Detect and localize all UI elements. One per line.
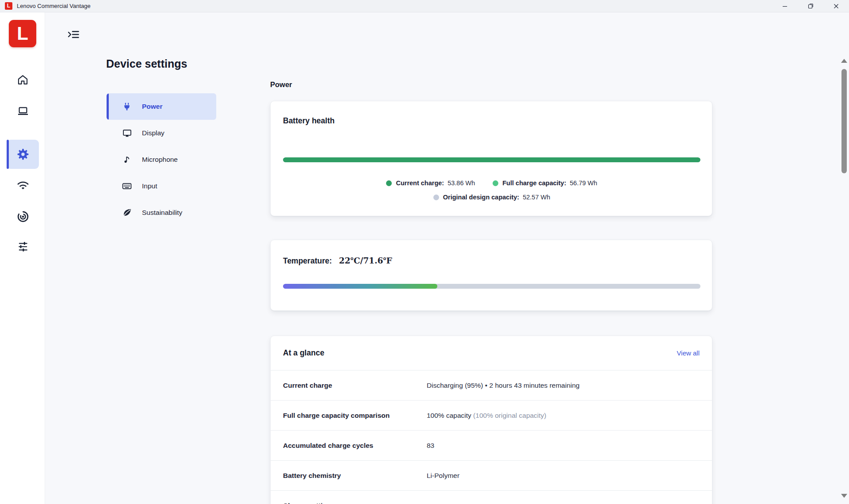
section-title-power: Power bbox=[270, 80, 292, 89]
at-a-glance-title: At a glance bbox=[283, 348, 324, 358]
legend-original-design-capacity: Original design capacity: 52.57 Wh bbox=[433, 194, 551, 201]
temperature-label: Temperature: bbox=[283, 256, 332, 266]
legend-current-charge: Current charge: 53.86 Wh bbox=[386, 179, 475, 187]
temperature-card: Temperature: 22℃/71.6℉ bbox=[270, 240, 712, 311]
minimize-icon bbox=[782, 4, 788, 9]
laptop-icon bbox=[17, 105, 29, 117]
glance-row-full-charge-comparison: Full charge capacity comparison 100% cap… bbox=[271, 400, 712, 430]
close-icon bbox=[834, 4, 839, 9]
leaf-icon bbox=[122, 208, 132, 218]
scroll-up-arrow[interactable] bbox=[841, 59, 847, 63]
page-title: Device settings bbox=[106, 57, 187, 70]
temperature-bar-fill bbox=[283, 284, 437, 289]
glance-value-note: (100% original capacity) bbox=[471, 412, 547, 419]
glance-row-label: Full charge capacity comparison bbox=[283, 412, 427, 420]
battery-health-bar-fill bbox=[283, 157, 700, 162]
glance-row-label: Battery chemistry bbox=[283, 472, 427, 480]
titlebar-left: L Lenovo Commercial Vantage bbox=[0, 2, 91, 10]
current-charge-dot-icon bbox=[386, 180, 392, 186]
at-a-glance-card: At a glance View all Current charge Disc… bbox=[270, 336, 712, 504]
monitor-icon bbox=[122, 128, 132, 138]
app-logo-icon: L bbox=[5, 2, 12, 10]
rail-item-wifi-security[interactable] bbox=[7, 171, 39, 200]
home-icon bbox=[17, 74, 29, 86]
sliders-icon bbox=[17, 241, 29, 253]
temperature-value: 22℃/71.6℉ bbox=[339, 256, 392, 265]
selected-accent-bar bbox=[107, 93, 109, 120]
glance-row-label: Accumulated charge cycles bbox=[283, 442, 427, 450]
nav-item-sustainability[interactable]: Sustainability bbox=[107, 199, 216, 226]
legend-label: Original design capacity: bbox=[443, 194, 519, 201]
view-all-link[interactable]: View all bbox=[677, 349, 700, 357]
rail-item-device-settings[interactable] bbox=[7, 140, 39, 169]
battery-health-bar bbox=[283, 157, 700, 162]
battery-legend-row-2: Original design capacity: 52.57 Wh bbox=[271, 194, 713, 201]
legend-value: 52.57 Wh bbox=[523, 194, 550, 201]
nav-item-label: Power bbox=[142, 103, 163, 111]
rail-item-preferences[interactable] bbox=[7, 232, 39, 261]
gear-icon bbox=[16, 148, 30, 161]
selected-accent-bar bbox=[7, 140, 9, 169]
battery-legend-row-1: Current charge: 53.86 Wh Full charge cap… bbox=[271, 179, 713, 187]
rail-item-smart-performance[interactable] bbox=[7, 202, 39, 231]
restore-button[interactable] bbox=[798, 0, 823, 12]
lenovo-logo: L bbox=[9, 20, 36, 47]
restore-icon bbox=[808, 3, 814, 9]
music-note-icon bbox=[122, 155, 132, 164]
minimize-button[interactable] bbox=[772, 0, 798, 12]
nav-item-display[interactable]: Display bbox=[107, 120, 216, 146]
glance-value-text: 83 bbox=[427, 442, 434, 449]
nav-item-power[interactable]: Power bbox=[107, 93, 216, 120]
glance-row-value: Discharging (95%) • 2 hours 43 minutes r… bbox=[427, 382, 580, 389]
nav-item-input[interactable]: Input bbox=[107, 173, 216, 199]
nav-item-label: Display bbox=[142, 129, 164, 137]
window-controls bbox=[772, 0, 849, 12]
legend-label: Current charge: bbox=[396, 179, 444, 187]
rail-item-home[interactable] bbox=[7, 65, 39, 94]
legend-value: 53.86 Wh bbox=[447, 179, 475, 187]
keyboard-icon bbox=[122, 181, 132, 191]
nav-item-label: Sustainability bbox=[142, 209, 182, 217]
full-charge-dot-icon bbox=[493, 180, 498, 186]
original-capacity-dot-icon bbox=[433, 195, 439, 200]
device-settings-nav: Power Display Microphone bbox=[107, 93, 216, 226]
temperature-bar bbox=[283, 284, 700, 289]
plug-icon bbox=[122, 102, 132, 111]
legend-value: 56.79 Wh bbox=[570, 179, 597, 187]
battery-health-title: Battery health bbox=[283, 116, 335, 126]
close-button[interactable] bbox=[823, 0, 849, 12]
collapse-menu-icon bbox=[67, 29, 80, 40]
legend-label: Full charge capacity: bbox=[502, 179, 566, 187]
scrollbar-thumb[interactable] bbox=[841, 69, 847, 173]
collapse-menu-button[interactable] bbox=[65, 27, 81, 42]
glance-row-label: Charge settings bbox=[283, 502, 427, 504]
glance-row-label: Current charge bbox=[283, 382, 427, 389]
at-a-glance-header: At a glance View all bbox=[271, 336, 712, 370]
vertical-scrollbar bbox=[838, 12, 849, 504]
glance-row-charge-settings: Charge settings bbox=[271, 490, 712, 504]
wifi-icon bbox=[16, 179, 30, 192]
legend-full-charge-capacity: Full charge capacity: 56.79 Wh bbox=[493, 179, 597, 187]
rail-item-device[interactable] bbox=[7, 96, 39, 126]
glance-row-value: 100% capacity (100% original capacity) bbox=[427, 412, 547, 420]
titlebar: L Lenovo Commercial Vantage bbox=[0, 0, 849, 12]
nav-item-label: Input bbox=[142, 182, 157, 190]
left-rail: L bbox=[0, 12, 45, 504]
glance-row-value: 83 bbox=[427, 442, 434, 450]
glance-value-text: Li-Polymer bbox=[427, 472, 459, 479]
nav-item-label: Microphone bbox=[142, 156, 178, 164]
glance-value-text: Discharging (95%) • 2 hours 43 minutes r… bbox=[427, 382, 580, 389]
battery-health-card: Battery health Current charge: 53.86 Wh … bbox=[270, 101, 712, 216]
nav-item-microphone[interactable]: Microphone bbox=[107, 146, 216, 173]
glance-value-text: 100% capacity bbox=[427, 412, 471, 419]
glance-row-battery-chemistry: Battery chemistry Li-Polymer bbox=[271, 460, 712, 490]
glance-row-current-charge: Current charge Discharging (95%) • 2 hou… bbox=[271, 370, 712, 400]
app-window: L Lenovo Commercial Vantage L bbox=[0, 0, 849, 504]
scroll-down-arrow[interactable] bbox=[841, 494, 847, 498]
dial-icon bbox=[16, 210, 30, 223]
glance-row-charge-cycles: Accumulated charge cycles 83 bbox=[271, 430, 712, 460]
glance-row-value: Li-Polymer bbox=[427, 472, 459, 480]
window-title: Lenovo Commercial Vantage bbox=[17, 3, 91, 9]
